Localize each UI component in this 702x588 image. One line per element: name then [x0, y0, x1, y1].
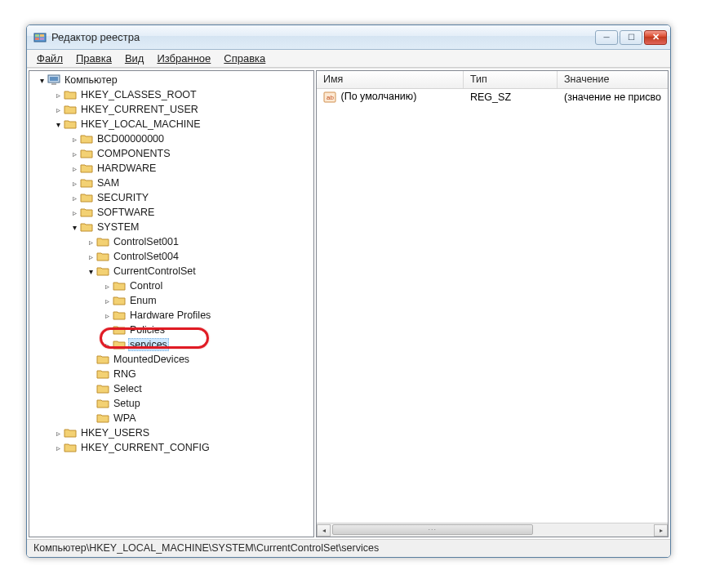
expand-icon[interactable]: ▹: [52, 442, 64, 453]
tree-node-cs001[interactable]: ▹ ControlSet001: [29, 234, 313, 249]
folder-icon: [96, 353, 109, 366]
value-name: (По умолчанию): [340, 91, 416, 102]
folder-icon: [80, 220, 93, 234]
col-name[interactable]: Имя: [317, 71, 464, 88]
expand-icon[interactable]: ▹: [101, 280, 113, 292]
scroll-left-button[interactable]: ◂: [317, 524, 331, 537]
tree-node-wpa[interactable]: WPA: [29, 411, 313, 425]
expand-icon[interactable]: ▹: [69, 177, 80, 189]
expand-icon[interactable]: ▹: [85, 236, 96, 247]
string-value-icon: ab: [323, 91, 336, 104]
tree-node-select[interactable]: Select: [29, 381, 313, 396]
collapse-icon[interactable]: ▾: [85, 265, 96, 277]
expand-icon[interactable]: ▹: [69, 163, 80, 174]
folder-icon: [64, 441, 77, 454]
statusbar: Компьютер\HKEY_LOCAL_MACHINE\SYSTEM\Curr…: [27, 539, 670, 557]
tree-node-hkcu[interactable]: ▹ HKEY_CURRENT_USER: [29, 102, 313, 117]
horizontal-scrollbar[interactable]: ◂ ··· ▸: [317, 523, 668, 537]
scroll-track[interactable]: ···: [331, 524, 654, 537]
expand-icon[interactable]: ▹: [52, 89, 64, 100]
tree-node-hwprofiles[interactable]: ▹ Hardware Profiles: [29, 308, 313, 323]
value-type: REG_SZ: [464, 91, 558, 103]
tree-node-components[interactable]: ▹ COMPONENTS: [29, 146, 313, 161]
folder-icon: [80, 147, 93, 160]
col-type[interactable]: Тип: [464, 71, 558, 88]
maximize-button[interactable]: ☐: [620, 30, 642, 45]
close-button[interactable]: ✕: [644, 30, 667, 45]
expand-icon[interactable]: ▹: [101, 310, 113, 321]
menubar: Файл Правка Вид Избранное Справка: [27, 50, 670, 68]
tree-node-hku[interactable]: ▹ HKEY_USERS: [29, 425, 313, 440]
tree-node-rng[interactable]: RNG: [29, 367, 313, 381]
folder-icon: [80, 176, 93, 189]
tree-node-hkcc[interactable]: ▹ HKEY_CURRENT_CONFIG: [29, 440, 313, 455]
tree-node-mounteddevices[interactable]: MountedDevices: [29, 352, 313, 367]
tree-node-ccs[interactable]: ▾ CurrentControlSet: [29, 264, 313, 278]
tree-node-cs004[interactable]: ▹ ControlSet004: [29, 249, 313, 264]
folder-icon: [64, 88, 77, 101]
folder-icon: [113, 279, 126, 292]
svg-rect-6: [50, 77, 58, 81]
collapse-icon[interactable]: ▾: [52, 118, 64, 130]
expand-icon[interactable]: ▹: [69, 133, 80, 145]
minimize-button[interactable]: ─: [595, 30, 618, 45]
folder-icon: [113, 294, 126, 307]
menu-favorites[interactable]: Избранное: [152, 51, 215, 66]
scroll-right-button[interactable]: ▸: [654, 524, 668, 537]
tree-node-bcd[interactable]: ▹ BCD00000000: [29, 131, 313, 146]
expand-icon[interactable]: ▹: [52, 104, 64, 115]
content-area: ▾ Компьютер ▹ HKEY_CLASSES_ROOT ▹ HKEY_C…: [27, 68, 670, 539]
value-data: (значение не присво: [558, 91, 668, 103]
svg-text:ab: ab: [327, 94, 334, 101]
values-pane: Имя Тип Значение ab (По умолчанию) REG_S…: [316, 70, 669, 537]
tree-node-hklm[interactable]: ▾ HKEY_LOCAL_MACHINE: [29, 117, 313, 131]
status-path: Компьютер\HKEY_LOCAL_MACHINE\SYSTEM\Curr…: [33, 542, 379, 554]
tree-node-sam[interactable]: ▹ SAM: [29, 176, 313, 190]
list-body[interactable]: ab (По умолчанию) REG_SZ (значение не пр…: [317, 89, 668, 523]
app-icon: [33, 31, 47, 44]
svg-rect-4: [40, 38, 44, 40]
expand-icon[interactable]: ▹: [69, 192, 80, 203]
list-row-default[interactable]: ab (По умолчанию) REG_SZ (значение не пр…: [317, 89, 668, 105]
expand-icon[interactable]: ▹: [85, 251, 96, 262]
expand-icon[interactable]: ▹: [69, 207, 80, 218]
tree-node-hkcr[interactable]: ▹ HKEY_CLASSES_ROOT: [29, 87, 313, 102]
tree-node-policies[interactable]: Policies: [29, 323, 313, 337]
col-value[interactable]: Значение: [558, 71, 668, 88]
collapse-icon[interactable]: ▾: [69, 221, 80, 233]
folder-icon: [80, 191, 93, 204]
tree-node-computer[interactable]: ▾ Компьютер: [29, 73, 313, 87]
svg-rect-1: [35, 34, 39, 37]
tree-node-setup[interactable]: Setup: [29, 396, 313, 411]
expand-icon[interactable]: ▹: [69, 148, 80, 159]
window-title: Редактор реестра: [51, 31, 595, 43]
scroll-thumb[interactable]: ···: [332, 524, 533, 535]
expand-icon[interactable]: ▹: [52, 427, 64, 439]
menu-file[interactable]: Файл: [32, 51, 68, 66]
tree-pane[interactable]: ▾ Компьютер ▹ HKEY_CLASSES_ROOT ▹ HKEY_C…: [29, 70, 314, 537]
folder-icon: [96, 382, 109, 395]
folder-icon: [113, 323, 126, 336]
tree-node-enum[interactable]: ▹ Enum: [29, 293, 313, 308]
folder-icon: [80, 132, 93, 145]
window-controls: ─ ☐ ✕: [595, 30, 667, 45]
tree-node-security[interactable]: ▹ SECURITY: [29, 190, 313, 205]
tree-node-software[interactable]: ▹ SOFTWARE: [29, 205, 313, 220]
menu-view[interactable]: Вид: [120, 51, 149, 66]
tree-node-control[interactable]: ▹ Control: [29, 278, 313, 293]
expand-icon[interactable]: ▹: [101, 295, 113, 306]
tree-node-system[interactable]: ▾ SYSTEM: [29, 220, 313, 234]
menu-help[interactable]: Справка: [219, 51, 270, 66]
menu-edit[interactable]: Правка: [71, 51, 117, 66]
titlebar[interactable]: Редактор реестра ─ ☐ ✕: [27, 25, 670, 50]
expand-icon[interactable]: ▹: [101, 339, 113, 350]
folder-icon: [80, 206, 93, 219]
registry-editor-window: Редактор реестра ─ ☐ ✕ Файл Правка Вид И…: [26, 24, 671, 558]
folder-icon: [96, 397, 109, 410]
folder-icon: [64, 426, 77, 439]
folder-icon: [96, 368, 109, 381]
collapse-icon[interactable]: ▾: [36, 74, 47, 86]
svg-rect-7: [51, 83, 56, 85]
tree-node-services[interactable]: ▹ services: [29, 337, 313, 352]
tree-node-hardware[interactable]: ▹ HARDWARE: [29, 161, 313, 176]
